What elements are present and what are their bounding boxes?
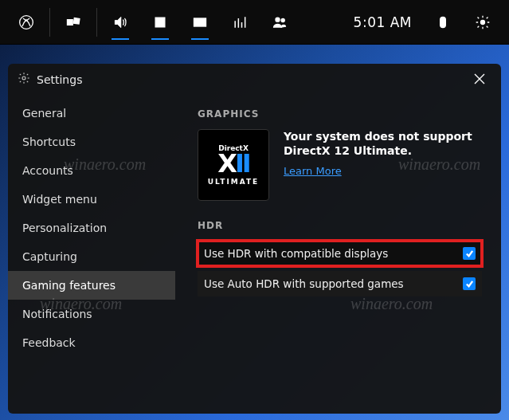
svg-point-6 bbox=[276, 18, 280, 22]
sidebar-item-gaming-features[interactable]: Gaming features bbox=[8, 271, 175, 300]
mouse-icon[interactable] bbox=[423, 0, 463, 45]
performance-icon[interactable] bbox=[180, 0, 220, 45]
tile-bottom: ULTIMATE bbox=[208, 178, 260, 186]
xbox-icon[interactable] bbox=[6, 0, 46, 45]
panel-titlebar: Settings bbox=[8, 64, 501, 96]
widgets-icon[interactable] bbox=[53, 0, 93, 45]
panel-body: General Shortcuts Accounts Widget menu P… bbox=[8, 96, 501, 414]
directx-tile: DirectX XII ULTIMATE bbox=[198, 129, 269, 201]
learn-more-link[interactable]: Learn More bbox=[284, 165, 342, 177]
panel-title: Settings bbox=[37, 73, 474, 86]
settings-panel: Settings General Shortcuts Accounts Widg… bbox=[8, 64, 501, 414]
game-bar: 5:01 AM bbox=[0, 0, 509, 45]
hdr-option-auto-hdr[interactable]: Use Auto HDR with supported games bbox=[198, 271, 482, 296]
directx-message: Your system does not support DirectX 12 … bbox=[284, 129, 482, 158]
hdr-option-compatible-displays[interactable]: Use HDR with compatible displays bbox=[198, 241, 482, 266]
svg-point-10 bbox=[481, 20, 485, 24]
svg-point-11 bbox=[22, 77, 25, 80]
clock: 5:01 AM bbox=[343, 14, 423, 30]
settings-gear-icon[interactable] bbox=[463, 0, 503, 45]
svg-point-0 bbox=[20, 15, 33, 29]
svg-point-7 bbox=[281, 18, 284, 22]
hdr-header: HDR bbox=[198, 220, 482, 231]
content: GRAPHICS DirectX XII ULTIMATE Your syste… bbox=[175, 96, 501, 414]
sidebar-item-personalization[interactable]: Personalization bbox=[8, 214, 175, 242]
sidebar-item-feedback[interactable]: Feedback bbox=[8, 328, 175, 357]
social-icon[interactable] bbox=[260, 0, 300, 45]
option-label: Use Auto HDR with supported games bbox=[204, 277, 463, 290]
checkbox-checked-icon[interactable] bbox=[463, 247, 476, 260]
close-button[interactable] bbox=[474, 73, 491, 88]
sidebar-item-capturing[interactable]: Capturing bbox=[8, 242, 175, 271]
sidebar-item-general[interactable]: General bbox=[8, 99, 175, 128]
divider bbox=[96, 8, 97, 37]
directx-text: Your system does not support DirectX 12 … bbox=[284, 129, 482, 178]
capture-icon[interactable] bbox=[140, 0, 180, 45]
checkbox-checked-icon[interactable] bbox=[463, 277, 476, 290]
gear-icon bbox=[18, 72, 37, 88]
sidebar-item-notifications[interactable]: Notifications bbox=[8, 300, 175, 328]
svg-rect-1 bbox=[68, 19, 73, 25]
svg-point-4 bbox=[159, 20, 162, 24]
resources-icon[interactable] bbox=[220, 0, 260, 45]
sidebar-item-widget-menu[interactable]: Widget menu bbox=[8, 185, 175, 214]
directx-row: DirectX XII ULTIMATE Your system does no… bbox=[198, 129, 482, 201]
svg-rect-2 bbox=[73, 18, 80, 24]
divider bbox=[49, 8, 50, 37]
sidebar-item-shortcuts[interactable]: Shortcuts bbox=[8, 128, 175, 156]
tile-main: XII bbox=[217, 154, 249, 175]
audio-icon[interactable] bbox=[100, 0, 140, 45]
option-label: Use HDR with compatible displays bbox=[204, 247, 463, 260]
graphics-header: GRAPHICS bbox=[198, 108, 482, 120]
sidebar: General Shortcuts Accounts Widget menu P… bbox=[8, 96, 175, 414]
sidebar-item-accounts[interactable]: Accounts bbox=[8, 156, 175, 185]
